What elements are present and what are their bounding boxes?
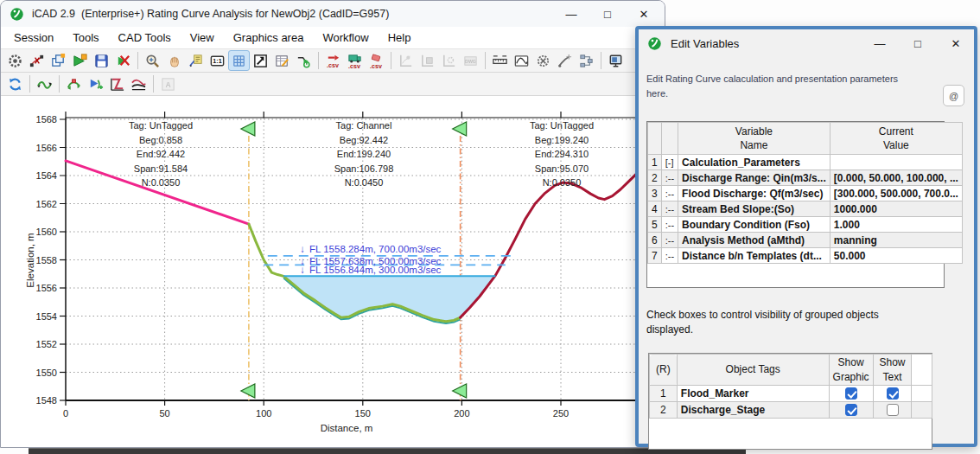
x-tick-label: 50 [159,408,169,419]
spare-cell [912,386,932,402]
wave-curve-icon[interactable] [34,74,55,94]
variable-value-cell[interactable]: [0.000, 50.000, 100.000, ... [830,170,962,186]
tree-glyph[interactable]: :-- [661,217,678,233]
row-number[interactable]: 2 [648,170,662,186]
menu-item-workflow[interactable]: Workflow [313,29,378,47]
dialog-titlebar: Edit Variables — □ ✕ [639,29,974,57]
show-graphic-checkbox[interactable] [845,404,857,416]
tree-glyph[interactable]: :-- [661,186,678,201]
tree-glyph[interactable]: [-] [661,155,678,170]
monitor-view-icon[interactable] [605,50,627,71]
zoom-icon[interactable] [142,50,163,71]
variable-name-cell[interactable]: Distance b/n Templates (dt... [678,248,830,264]
graphics-area[interactable]: 1548 1550 1552 1554 1556 1558 1560 1562 … [1,96,665,446]
show-graphic-checkbox[interactable] [845,387,857,400]
dialog-maximize-button[interactable]: □ [912,37,924,50]
grid-toggle-icon[interactable] [228,50,250,71]
variable-name-cell[interactable]: Stream Bed Slope:(So) [678,201,830,217]
row-number[interactable]: 7 [648,248,662,264]
objects-header-spare [912,355,932,386]
save-icon[interactable] [91,50,112,71]
plot-config-icon [438,50,460,71]
template-marker-icon[interactable] [241,122,255,136]
delete-flag-icon[interactable] [112,50,134,71]
menu-item-graphics-area[interactable]: Graphics area [224,29,314,47]
curve-view-icon[interactable] [511,50,532,71]
row-number[interactable]: 4 [648,201,662,217]
segment-annotation: End:199.240 [337,149,391,159]
open-graphics-icon[interactable] [69,50,91,71]
visibility-note: Check boxes to control visibility of gro… [646,308,923,337]
menu-item-session[interactable]: Session [4,29,63,47]
row-number[interactable]: 2 [650,402,678,419]
run-tool-icon[interactable] [293,50,315,71]
plot-new-icon [395,50,417,71]
variable-value-cell[interactable]: manning [830,233,962,248]
actual-size-icon[interactable]: 1:1 [207,50,228,71]
object-tag-cell[interactable]: Discharge_Stage [677,402,829,419]
dialog-close-button[interactable]: ✕ [950,37,962,50]
menu-item-tools[interactable]: Tools [63,29,108,47]
copy-object-icon[interactable] [48,50,69,71]
variable-name-cell[interactable]: Analysis Method (aMthd) [678,233,830,248]
row-number[interactable]: 6 [648,233,662,248]
gear-target-icon[interactable] [532,50,554,71]
spline-wand-icon[interactable] [554,50,576,71]
sheet-edit-icon[interactable] [271,50,293,71]
menu-item-help[interactable]: Help [379,29,421,47]
vertex-edit-icon[interactable] [63,74,85,94]
object-tag-cell[interactable]: Flood_Marker [677,386,829,402]
row-number[interactable]: 3 [648,186,662,201]
tree-glyph[interactable]: :-- [661,170,678,186]
csv-export-icon[interactable]: .csv [344,50,366,71]
spare-cell [912,402,932,419]
menu-item-cad-tools[interactable]: CAD Tools [109,29,181,47]
csv-erase-icon[interactable]: .csv [366,50,387,71]
csv-import-icon[interactable]: .csv [322,50,344,71]
dialog-minimize-button[interactable]: — [874,37,886,50]
row-number[interactable]: 1 [648,155,662,170]
profile-stack-icon[interactable] [128,74,150,94]
maximize-button[interactable]: □ [601,8,614,21]
variable-value-cell[interactable]: 1000.000 [830,201,962,217]
menu-item-view[interactable]: View [181,29,224,47]
pan-hand-icon[interactable] [163,50,185,71]
row-number[interactable]: 5 [648,217,662,233]
measure-ruler-icon[interactable] [489,50,511,71]
template-insert-icon[interactable] [85,74,106,94]
variable-value-cell[interactable]: 1.000 [830,217,962,233]
variable-name-cell[interactable]: Flood Discharge: Qf(m3/sec) [678,186,830,201]
variable-value-cell[interactable]: 50.000 [830,248,962,264]
variable-name-cell[interactable]: Boundary Condition (Fso) [678,217,830,233]
fit-view-icon[interactable] [250,50,271,71]
template-marker-icon[interactable] [453,122,467,136]
y-tick-label: 1560 [36,227,57,237]
show-text-checkbox[interactable] [887,404,899,416]
segment-annotation: Tag: UnTagged [129,120,193,131]
tree-glyph[interactable]: :-- [661,201,678,217]
menubar: SessionToolsCAD ToolsViewGraphics areaWo… [1,27,665,49]
variable-value-cell[interactable]: [300.000, 500.000, 700.0... [830,186,962,201]
at-button[interactable]: @ [943,85,964,106]
row-number[interactable]: 1 [650,386,678,402]
minimize-button[interactable]: — [564,8,578,21]
x-tick-label: 250 [553,408,569,419]
section-profile-icon[interactable] [106,74,128,94]
flow-nodes-icon[interactable] [576,50,597,71]
settings-gear-icon[interactable] [4,50,26,71]
y-tick-label: 1552 [36,339,57,349]
template-marker-icon[interactable] [241,384,255,398]
route-cut-icon[interactable] [26,50,48,71]
variable-name-cell[interactable]: Discharge Range: Qin(m3/s... [678,170,830,186]
template-marker-icon[interactable] [453,384,467,398]
variable-name-cell[interactable]: Calculation_Parameters [678,155,830,170]
tree-glyph[interactable]: :-- [661,248,678,264]
segment-annotation: Span:95.070 [535,163,589,174]
variable-value-cell[interactable] [830,155,962,170]
annotate-note-icon[interactable] [185,50,207,71]
y-tick-label: 1554 [36,311,57,322]
show-text-checkbox[interactable] [887,387,899,400]
refresh-icon[interactable] [4,74,26,94]
tree-glyph[interactable]: :-- [661,233,678,248]
close-button[interactable]: ✕ [637,8,651,21]
